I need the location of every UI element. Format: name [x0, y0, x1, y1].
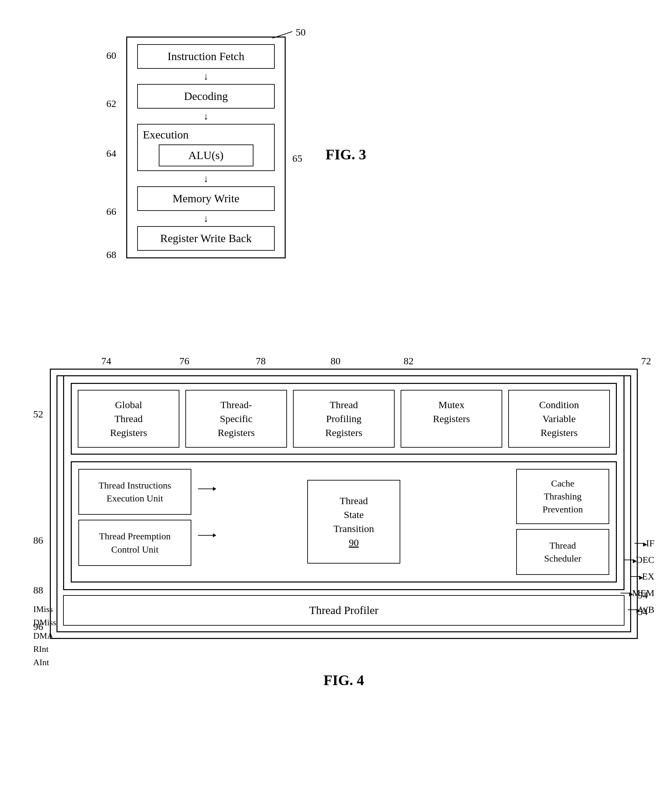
thread-specific-registers-box: Thread-SpecificRegisters: [185, 390, 287, 448]
ref-60: 60: [106, 50, 116, 61]
ref-72: 72: [641, 355, 651, 367]
execution-outer-box: Execution ALU(s): [137, 124, 275, 171]
register-write-back-box: Register Write Back: [137, 226, 275, 251]
ref-50: 50: [296, 26, 306, 38]
cache-thrashing-prevention-box: CacheThrashingPrevention: [516, 469, 609, 524]
decoding-box: Decoding: [137, 84, 275, 109]
ref-78: 78: [256, 355, 266, 367]
global-thread-registers-box: GlobalThreadRegisters: [78, 390, 179, 448]
fig3-pipeline-box: Instruction Fetch ↓ Decoding ↓ Execution…: [126, 36, 286, 258]
ref-88: 88: [33, 585, 43, 596]
fig4-section: FIG. 4 74 76 78 80 82 72 52 86 88 IMiss …: [33, 342, 654, 665]
arrow-2: ↓: [137, 109, 275, 124]
ref-64: 64: [106, 148, 116, 159]
registers-row: GlobalThreadRegisters Thread-SpecificReg…: [71, 383, 617, 454]
fig3-label: FIG. 3: [325, 146, 366, 163]
dec-label: DEC: [636, 555, 654, 565]
memory-write-box: Memory Write: [137, 186, 275, 211]
ref-86: 86: [33, 535, 43, 546]
if-label: IF: [646, 538, 654, 549]
thread-profiler-box: Thread Profiler: [63, 595, 625, 626]
aint-label: AInt: [33, 657, 49, 667]
ref-96: 96: [33, 621, 43, 632]
thread-preemption-control-unit-box: Thread PreemptionControl Unit: [78, 520, 191, 565]
svg-marker-2: [213, 487, 216, 491]
ref-68: 68: [106, 249, 116, 260]
mutex-registers-box: MutexRegisters: [401, 390, 502, 448]
ref-52: 52: [33, 409, 43, 420]
middle-column: ThreadStateTransition 90: [198, 462, 510, 582]
fig4-content: GlobalThreadRegisters Thread-SpecificReg…: [63, 375, 625, 626]
ref-54: 54: [638, 606, 648, 618]
thread-scheduler-box: ThreadScheduler: [516, 529, 609, 575]
left-units-column: Thread InstructionsExecution Unit Thread…: [72, 462, 198, 582]
execution-label: Execution: [143, 129, 269, 141]
ref-65: 65: [292, 153, 302, 164]
ref-76: 76: [179, 355, 189, 367]
right-units-column: CacheThrashingPrevention ThreadScheduler: [510, 462, 616, 582]
ref-80: 80: [330, 355, 340, 367]
ref-74: 74: [101, 355, 111, 367]
ref-62: 62: [106, 98, 116, 109]
arrow-1: ↓: [137, 69, 275, 84]
ref-90-label: 90: [349, 537, 359, 548]
thread-instructions-execution-unit-box: Thread InstructionsExecution Unit: [78, 469, 191, 515]
execution-area: Thread InstructionsExecution Unit Thread…: [71, 461, 617, 582]
fig4-label: FIG. 4: [324, 672, 364, 689]
ref-94: 94: [638, 590, 648, 601]
ex-label: EX: [642, 571, 654, 582]
thread-profiling-registers-box: ThreadProfilingRegisters: [293, 390, 395, 448]
thread-state-transition-box: ThreadStateTransition 90: [307, 480, 400, 564]
ref-82: 82: [404, 355, 414, 367]
ref-66: 66: [106, 206, 116, 217]
alu-box: ALU(s): [159, 144, 253, 167]
arrow-3: ↓: [137, 171, 275, 186]
instruction-fetch-box: Instruction Fetch: [137, 44, 275, 69]
fig4-inner-box: GlobalThreadRegisters Thread-SpecificReg…: [63, 375, 625, 590]
arrow-4: ↓: [137, 211, 275, 226]
svg-marker-4: [213, 533, 216, 537]
rint-label: RInt: [33, 644, 49, 654]
condition-variable-registers-box: ConditionVariableRegisters: [508, 390, 610, 448]
page: 50 60 62 64 65 66 68 FIG. 3 Instruction …: [0, 0, 672, 804]
